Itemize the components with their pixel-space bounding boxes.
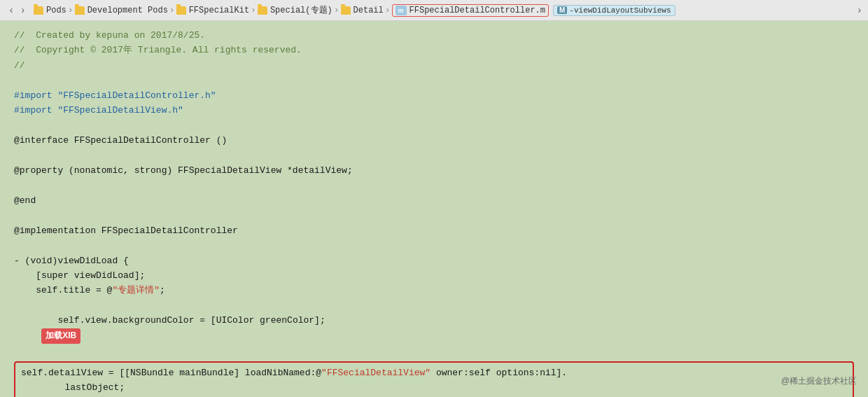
code-line [14,178,854,193]
code-line: @end [14,193,854,208]
breadcrumb-label: Development Pods [88,6,168,15]
code-line: #import "FFSpecialDetailView.h" [14,103,854,118]
code-line: @property (nonatomic, strong) FFSpecialD… [14,163,854,178]
code-line: [super viewDidLoad]; [14,268,854,283]
folder-icon [34,6,43,15]
folder-icon [75,6,85,15]
highlighted-code-block: self.detailView = [[NSBundle mainBundle]… [14,361,854,397]
code-line: // Created by kepuna on 2017/8/25. [14,28,854,43]
breadcrumb-label: Special(专题) [270,4,332,16]
code-line: self.detailView = [[NSBundle mainBundle]… [21,365,847,380]
code-line: self.title = @"专题详情"; [14,283,854,298]
breadcrumb-ffspecialkit[interactable]: FFSpecialKit [176,6,249,15]
code-editor: // Created by kepuna on 2017/8/25. // Co… [0,21,868,397]
code-line [14,73,854,88]
sep3: › [251,5,256,15]
code-line: - (void)viewDidLoad { [14,253,854,268]
code-line [14,238,854,253]
nav-right-arrow[interactable]: › [857,5,862,16]
code-line: lastObject; [21,380,847,395]
breadcrumb-pods[interactable]: Pods [34,6,66,15]
watermark: @稀土掘金技术社区 [781,375,857,389]
folder-icon [176,6,186,15]
code-line: @interface FFSpecialDetailController () [14,133,854,148]
breadcrumb-label: Detail [354,6,384,15]
sep5: › [385,5,391,15]
code-line [14,208,854,223]
code-line: // [14,58,854,73]
method-tag[interactable]: M -viewDidLayoutSubviews [553,5,676,16]
method-name: -viewDidLayoutSubviews [569,6,671,15]
code-line-annotation: self.view.backgroundColor = [UIColor gre… [14,298,854,358]
top-bar: ‹ › Pods › Development Pods › FFSpecialK… [0,0,868,21]
breadcrumb-file[interactable]: m FFSpecialDetailController.m [392,4,549,17]
breadcrumb-filename: FFSpecialDetailController.m [410,6,545,15]
sep4: › [334,5,340,15]
method-m-badge: M [557,6,567,14]
folder-icon [258,6,267,15]
breadcrumb-special[interactable]: Special(专题) [258,4,332,16]
breadcrumb-label: FFSpecialKit [189,6,249,15]
code-line [14,118,854,133]
folder-icon [341,6,351,15]
code-line [14,148,854,163]
annotation-badge: 加载XIB [41,328,80,344]
breadcrumb-devpods[interactable]: Development Pods [75,6,168,15]
code-line: // Copyright © 2017年 Triangle. All right… [14,43,854,57]
sep2: › [169,5,175,15]
nav-back-button[interactable]: ‹ [6,5,17,16]
code-line: @implementation FFSpecialDetailControlle… [14,223,854,238]
nav-forward-button[interactable]: › [17,5,28,16]
code-line: #import "FFSpecialDetailController.h" [14,88,854,103]
breadcrumb-label: Pods [46,6,66,15]
breadcrumb-detail[interactable]: Detail [341,6,384,15]
file-m-icon: m [396,6,407,15]
sep1: › [68,5,74,15]
